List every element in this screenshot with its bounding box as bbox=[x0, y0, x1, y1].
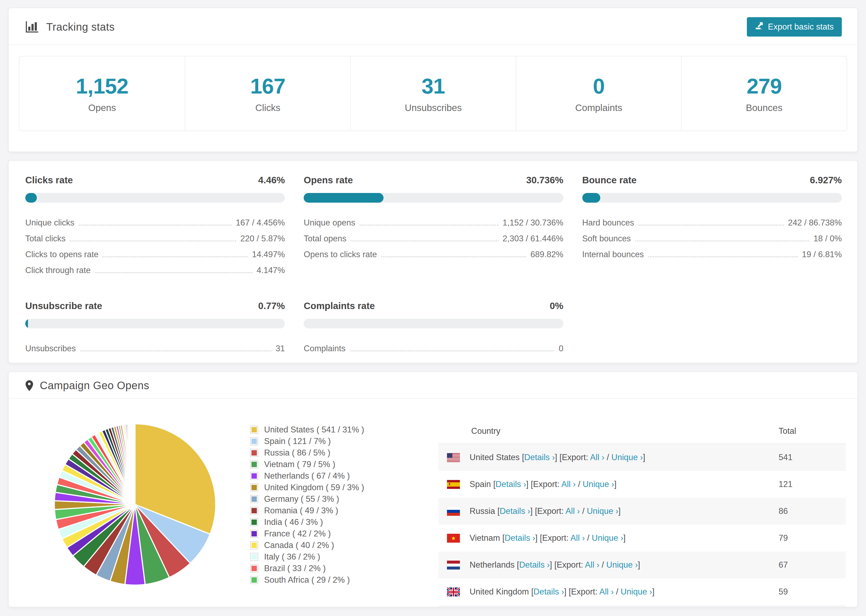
legend-swatch bbox=[250, 495, 258, 503]
legend-label: United States ( 541 / 31% ) bbox=[264, 425, 364, 435]
rate-title: Clicks rate bbox=[25, 175, 73, 185]
stat-row-value: 18 / 0% bbox=[814, 234, 842, 244]
stats-tiles: 1,152Opens167Clicks31Unsubscribes0Compla… bbox=[19, 56, 847, 131]
total-cell: 121 bbox=[779, 479, 846, 489]
rate-block: Clicks rate4.46%Unique clicks167 / 4.456… bbox=[25, 175, 285, 276]
details-link[interactable]: Details › bbox=[496, 479, 526, 489]
table-row: Russia [Details ›] [Export: All › / Uniq… bbox=[438, 498, 846, 525]
stat-label: Clicks bbox=[255, 102, 280, 113]
geo-pie-chart bbox=[52, 421, 218, 589]
rate-title: Unsubscribe rate bbox=[25, 300, 102, 311]
export-icon bbox=[755, 22, 764, 32]
table-row: United States [Details ›] [Export: All ›… bbox=[438, 444, 846, 471]
details-link[interactable]: Details › bbox=[524, 453, 555, 462]
legend-label: France ( 42 / 2% ) bbox=[264, 529, 331, 539]
export-unique-link[interactable]: Unique › bbox=[583, 479, 614, 489]
legend-label: South Africa ( 29 / 2% ) bbox=[264, 575, 350, 585]
rate-block: Opens rate30.736%Unique opens1,152 / 30.… bbox=[304, 175, 563, 276]
stat-row: Total clicks220 / 5.87% bbox=[25, 228, 285, 244]
legend-item: Canada ( 40 / 2% ) bbox=[250, 539, 364, 551]
country-name: United States bbox=[469, 453, 520, 462]
dotted-leader bbox=[79, 225, 231, 225]
export-all-link[interactable]: All › bbox=[570, 533, 585, 543]
dotted-leader bbox=[360, 225, 498, 225]
legend-swatch bbox=[250, 576, 258, 584]
export-label: Export: bbox=[542, 533, 568, 543]
campaign-geo-opens-card: Campaign Geo Opens United States ( 541 /… bbox=[8, 371, 858, 607]
details-link[interactable]: Details › bbox=[500, 506, 531, 516]
stat-row-value: 2,303 / 61.446% bbox=[503, 234, 564, 244]
stat-row-value: 31 bbox=[276, 344, 285, 354]
stat-row: Opens to clicks rate689.82% bbox=[304, 244, 563, 260]
rate-rows: Hard bounces242 / 86.738%Soft bounces18 … bbox=[582, 212, 842, 260]
legend-item: United Kingdom ( 59 / 3% ) bbox=[250, 482, 364, 493]
country-name: Vietnam bbox=[469, 533, 500, 543]
export-unique-link[interactable]: Unique › bbox=[606, 560, 638, 569]
flag-nl-icon bbox=[447, 561, 460, 569]
dotted-leader bbox=[351, 240, 498, 241]
legend-label: Germany ( 55 / 3% ) bbox=[264, 494, 339, 504]
export-all-link[interactable]: All › bbox=[561, 479, 576, 489]
rate-value: 30.736% bbox=[526, 175, 563, 185]
stat-value: 0 bbox=[593, 74, 605, 99]
export-basic-stats-button[interactable]: Export basic stats bbox=[747, 17, 842, 36]
table-row: Netherlands [Details ›] [Export: All › /… bbox=[438, 552, 846, 578]
page-title: Tracking stats bbox=[46, 21, 115, 33]
stat-row-label: Clicks to opens rate bbox=[25, 250, 98, 260]
rate-title: Complaints rate bbox=[304, 300, 375, 311]
stat-row: Click through rate4.147% bbox=[25, 260, 285, 276]
rate-block: Bounce rate6.927%Hard bounces242 / 86.73… bbox=[582, 175, 842, 276]
legend-label: Vietnam ( 79 / 5% ) bbox=[264, 460, 335, 469]
stat-row-value: 689.82% bbox=[531, 250, 563, 260]
table-row: United Kingdom [Details ›] [Export: All … bbox=[438, 578, 846, 605]
export-all-link[interactable]: All › bbox=[585, 560, 599, 569]
country-cell: Spain [Details ›] [Export: All › / Uniqu… bbox=[460, 479, 779, 489]
legend-swatch bbox=[250, 507, 258, 515]
legend-label: India ( 46 / 3% ) bbox=[264, 517, 323, 527]
export-unique-link[interactable]: Unique › bbox=[621, 587, 652, 596]
stat-row-label: Unique clicks bbox=[25, 218, 74, 228]
export-unique-link[interactable]: Unique › bbox=[611, 453, 643, 462]
export-label: Export: bbox=[537, 506, 564, 516]
total-cell: 541 bbox=[779, 453, 846, 462]
tracking-stats-header: Tracking stats Export basic stats bbox=[9, 8, 857, 45]
bar-chart-icon bbox=[25, 21, 39, 33]
legend-swatch bbox=[250, 553, 258, 561]
details-link[interactable]: Details › bbox=[534, 587, 564, 596]
rate-header: Unsubscribe rate0.77% bbox=[25, 300, 285, 311]
legend-item: France ( 42 / 2% ) bbox=[250, 528, 364, 539]
stat-row: Unsubscribes31 bbox=[25, 338, 285, 354]
legend-swatch bbox=[250, 437, 258, 445]
legend-label: Italy ( 36 / 2% ) bbox=[264, 552, 320, 562]
header-divider bbox=[9, 45, 857, 45]
export-all-link[interactable]: All › bbox=[565, 506, 580, 516]
stat-row-value: 0 bbox=[559, 344, 563, 354]
legend-swatch bbox=[250, 518, 258, 526]
stat-value: 1,152 bbox=[76, 74, 128, 99]
stat-row: Complaints0 bbox=[304, 338, 563, 354]
stat-row: Hard bounces242 / 86.738% bbox=[582, 212, 842, 228]
stat-row-value: 167 / 4.456% bbox=[236, 218, 285, 228]
stat-value: 279 bbox=[746, 74, 781, 99]
details-link[interactable]: Details › bbox=[505, 533, 535, 543]
total-cell: 86 bbox=[779, 506, 846, 516]
legend-item: Brazil ( 33 / 2% ) bbox=[250, 563, 364, 574]
progress-bar-fill bbox=[25, 193, 37, 203]
export-all-link[interactable]: All › bbox=[590, 453, 604, 462]
rate-value: 0.77% bbox=[258, 300, 285, 311]
export-all-link[interactable]: All › bbox=[599, 587, 614, 596]
dotted-leader bbox=[638, 225, 784, 225]
legend-item: United States ( 541 / 31% ) bbox=[250, 424, 364, 435]
stat-tile: 279Bounces bbox=[681, 57, 847, 130]
details-link[interactable]: Details › bbox=[519, 560, 550, 569]
stat-row-label: Click through rate bbox=[25, 266, 91, 276]
export-unique-link[interactable]: Unique › bbox=[587, 506, 618, 516]
legend-swatch bbox=[250, 449, 258, 457]
table-row: Vietnam [Details ›] [Export: All › / Uni… bbox=[438, 525, 846, 552]
legend-item: Russia ( 86 / 5% ) bbox=[250, 447, 364, 459]
country-cell: Vietnam [Details ›] [Export: All › / Uni… bbox=[460, 533, 779, 543]
legend-swatch bbox=[250, 530, 258, 538]
export-unique-link[interactable]: Unique › bbox=[592, 533, 623, 543]
flag-us-icon bbox=[447, 453, 460, 462]
table-row: Germany [Details ›] [Export: All › / Uni… bbox=[438, 605, 846, 607]
